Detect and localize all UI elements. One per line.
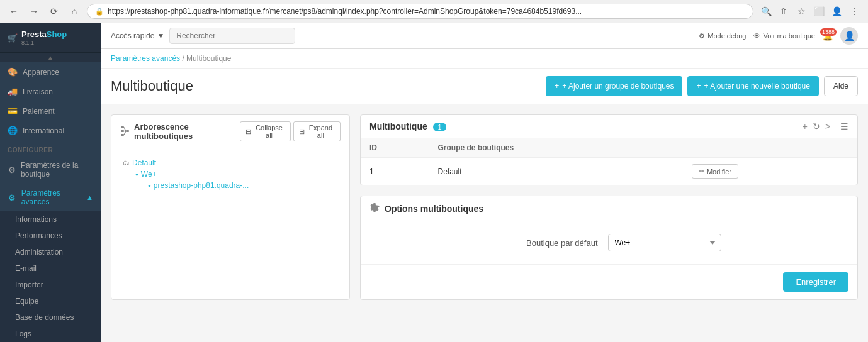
folder-icon: 🗂 <box>123 159 130 167</box>
submenu-importer[interactable]: Importer <box>0 277 101 293</box>
tree-node-default-label[interactable]: 🗂 Default <box>120 157 341 168</box>
sidebar-item-livraison[interactable]: 🚚 Livraison <box>0 82 101 101</box>
sidebar-item-livraison-label: Livraison <box>23 87 53 96</box>
topbar-left: Accès rapide ▼ <box>111 28 691 44</box>
tree-panel-header: Arborescence multiboutiques ⊟ Collapse a… <box>111 115 349 148</box>
save-button[interactable]: Enregistrer <box>783 272 848 292</box>
svg-rect-0 <box>121 126 124 128</box>
sidebar-item-paiement[interactable]: 💳 Paiement <box>0 101 101 121</box>
groups-table: ID Groupe de boutiques 1 Default <box>361 138 857 185</box>
submenu-equipe[interactable]: Equipe <box>0 293 101 309</box>
table-list-icon: ☰ <box>840 121 848 131</box>
tree-subchild-prestashop[interactable]: ● prestashop-php81.quadra-... <box>145 180 341 191</box>
parametres-avances-icon: ⚙ <box>8 193 16 202</box>
view-shop-button[interactable]: 👁 Voir ma boutique <box>753 32 815 40</box>
table-panel-header: Multiboutique 1 + ↻ >_ <box>361 115 857 138</box>
col-group-name: Groupe de boutiques <box>429 138 683 158</box>
breadcrumb-parent[interactable]: Paramètres avancés <box>111 54 180 63</box>
sidebar-item-paiement-label: Paiement <box>23 107 55 116</box>
submenu-logs[interactable]: Logs <box>0 326 101 342</box>
extensions-button[interactable]: ⬜ <box>811 4 826 19</box>
table-code-icon-button[interactable]: >_ <box>825 121 835 131</box>
expand-all-button[interactable]: ⊞ Expand all <box>293 121 341 141</box>
avatar-button[interactable]: 👤 <box>840 27 858 45</box>
prestashop-icon: 🛒 <box>8 33 18 43</box>
submenu-base-de-donnees[interactable]: Base de données <box>0 309 101 326</box>
app-wrapper: 🛒 PrestaShop 8.1.1 ▲ 🎨 Apparence 🚚 Livra… <box>0 23 868 342</box>
table-count-badge: 1 <box>433 123 446 131</box>
page-header: Multiboutique + + Ajouter un groupe de b… <box>101 69 868 104</box>
livraison-icon: 🚚 <box>8 87 18 96</box>
tree-node-default-link[interactable]: Default <box>132 158 156 167</box>
quick-access-label: Accès rapide <box>111 31 154 40</box>
notification-badge: 1388 <box>820 28 837 36</box>
row-actions: ✏ Modifier <box>683 158 857 185</box>
logo[interactable]: 🛒 PrestaShop 8.1.1 <box>0 23 101 53</box>
add-group-button[interactable]: + + Ajouter un groupe de boutiques <box>546 76 682 96</box>
address-bar[interactable]: 🔒 https://prestashop-php81.quadra-inform… <box>87 4 753 19</box>
tree-panel-actions: ⊟ Collapse all ⊞ Expand all <box>240 121 341 141</box>
notifications-button[interactable]: 🔔 1388 <box>823 31 833 41</box>
eye-icon: 👁 <box>753 32 760 40</box>
quick-access-button[interactable]: Accès rapide ▼ <box>111 31 164 40</box>
tree-subchild-prestashop-link[interactable]: prestashop-php81.quadra-... <box>154 181 249 190</box>
edit-row-button[interactable]: ✏ Modifier <box>692 164 738 179</box>
svg-rect-1 <box>121 130 124 132</box>
svg-line-4 <box>124 127 126 131</box>
apparence-icon: 🎨 <box>8 67 18 77</box>
view-shop-label: Voir ma boutique <box>763 32 815 40</box>
search-browser-button[interactable]: 🔍 <box>758 4 774 19</box>
tree-node-default: 🗂 Default ● We+ ● prestashop- <box>120 156 341 192</box>
sidebar-item-parametres-avances-label: Paramètres avancés <box>21 189 81 206</box>
submenu-email[interactable]: E-mail <box>0 260 101 277</box>
col-actions <box>683 138 857 158</box>
tree-panel: Arborescence multiboutiques ⊟ Collapse a… <box>111 114 350 300</box>
tree-child-wep-link[interactable]: We+ <box>141 170 157 179</box>
bookmark-button[interactable]: ☆ <box>794 4 809 19</box>
table-panel-icons: + ↻ >_ ☰ <box>803 121 848 131</box>
share-button[interactable]: ⇧ <box>776 4 791 19</box>
sidebar-item-parametres-boutique[interactable]: ⚙ Paramètres de la boutique <box>0 156 101 184</box>
collapse-all-label: Collapse all <box>253 124 285 139</box>
options-gear-icon <box>369 202 380 214</box>
table-refresh-icon-button[interactable]: ↻ <box>813 121 820 131</box>
sidebar-item-parametres-avances[interactable]: ⚙ Paramètres avancés ▲ <box>0 184 101 211</box>
add-shop-label: + Ajouter une nouvelle boutique <box>704 82 810 91</box>
table-code-icon: >_ <box>825 121 835 131</box>
right-panels: Multiboutique 1 + ↻ >_ <box>360 114 858 300</box>
svg-rect-3 <box>126 130 129 132</box>
help-button[interactable]: Aide <box>824 76 858 96</box>
parametres-boutique-icon: ⚙ <box>8 165 16 175</box>
tree-body: 🗂 Default ● We+ ● prestashop- <box>111 148 349 200</box>
add-shop-button[interactable]: + + Ajouter une nouvelle boutique <box>687 76 818 96</box>
submenu-administration[interactable]: Administration <box>0 244 101 260</box>
table-panel: Multiboutique 1 + ↻ >_ <box>360 114 858 185</box>
edit-icon: ✏ <box>699 167 704 175</box>
table-header-row: ID Groupe de boutiques <box>361 138 857 158</box>
profile-button[interactable]: 👤 <box>829 4 844 19</box>
content-area: Arborescence multiboutiques ⊟ Collapse a… <box>101 104 868 310</box>
table-row: 1 Default ✏ Modifier <box>361 158 857 185</box>
default-shop-label: Boutique par défaut <box>497 238 598 248</box>
sidebar-item-apparence[interactable]: 🎨 Apparence <box>0 62 101 82</box>
sidebar-item-international[interactable]: 🌐 International <box>0 121 101 140</box>
sidebar: 🛒 PrestaShop 8.1.1 ▲ 🎨 Apparence 🚚 Livra… <box>0 23 101 342</box>
home-button[interactable]: ⌂ <box>67 4 82 19</box>
tree-child-wep[interactable]: ● We+ <box>133 168 341 180</box>
default-shop-select[interactable]: We+ <box>608 234 721 251</box>
table-add-icon-button[interactable]: + <box>803 121 808 131</box>
sidebar-scroll: ▲ 🎨 Apparence 🚚 Livraison 💳 Paiement 🌐 I… <box>0 53 101 342</box>
scroll-up-indicator[interactable]: ▲ <box>0 53 101 62</box>
menu-button[interactable]: ⋮ <box>847 4 862 19</box>
collapse-all-button[interactable]: ⊟ Collapse all <box>240 121 290 141</box>
search-input[interactable] <box>169 28 295 44</box>
reload-button[interactable]: ⟳ <box>47 4 62 19</box>
submenu-informations[interactable]: Informations <box>0 211 101 228</box>
debug-mode-button[interactable]: ⚙ Mode debug <box>699 32 746 40</box>
table-list-icon-button[interactable]: ☰ <box>840 121 848 131</box>
forward-button[interactable]: → <box>26 4 42 19</box>
submenu-performances[interactable]: Performances <box>0 228 101 244</box>
back-button[interactable]: ← <box>6 4 21 19</box>
logo-text: PrestaShop <box>21 30 67 39</box>
add-shop-plus-icon: + <box>696 82 701 91</box>
